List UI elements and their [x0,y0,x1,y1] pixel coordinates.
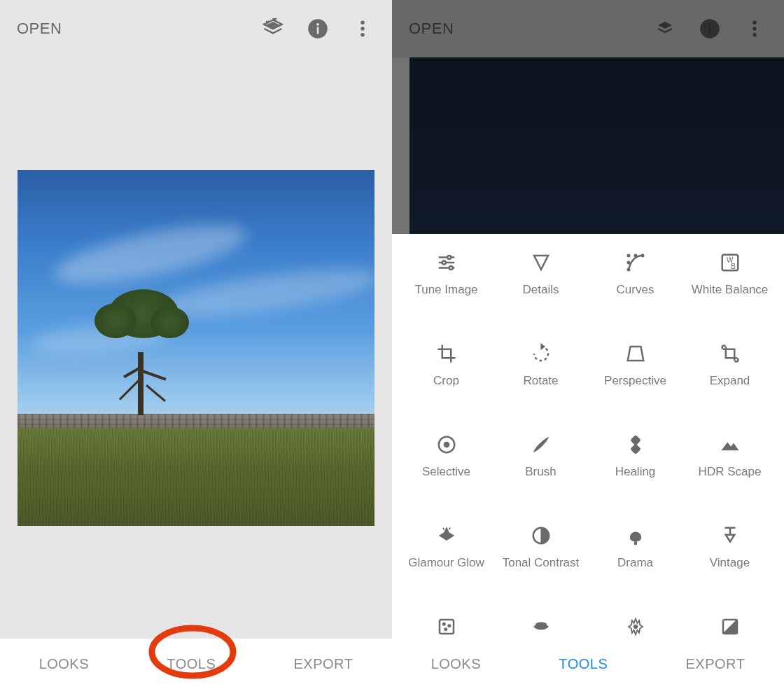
tool-expand[interactable]: Expand [682,337,777,429]
tool-tonal-contrast[interactable]: Tonal Contrast [493,520,588,611]
brush-icon [529,433,553,457]
tool-retrolux[interactable] [493,611,588,639]
tool-rotate[interactable]: Rotate [493,337,588,429]
retrolux-icon [529,615,553,639]
tool-details[interactable]: Details [493,246,588,337]
healing-icon [624,433,648,457]
open-button[interactable]: OPEN [17,20,62,38]
tool-healing[interactable]: Healing [588,429,682,520]
drama-icon [624,524,648,548]
photo-preview [18,170,374,526]
crop-icon [435,342,458,366]
svg-point-20 [641,254,644,257]
svg-point-4 [360,27,365,31]
tool-white-balance[interactable]: WBWhite Balance [682,246,777,337]
more-icon[interactable] [350,16,375,41]
topbar-left: OPEN [0,0,392,57]
tool-label: HDR Scape [699,465,762,479]
details-icon [529,251,553,274]
bottombar-left: LOOKS TOOLS EXPORT [0,639,392,689]
left-pane: OPEN [0,0,392,689]
tool-label: Crop [433,374,459,388]
svg-rect-30 [440,620,454,634]
tool-hdr-scape[interactable]: HDR Scape [682,429,777,520]
info-icon[interactable] [305,16,330,41]
dim-overlay[interactable] [392,0,784,234]
svg-point-3 [360,21,365,25]
svg-point-15 [449,266,452,270]
topbar-icons [260,16,375,41]
bottombar-right: LOOKS TOOLS EXPORT [392,639,784,689]
svg-point-5 [360,33,365,37]
tool-label: Expand [710,374,750,388]
svg-rect-27 [630,444,640,454]
white-balance-icon: WB [718,251,742,274]
tool-brush[interactable]: Brush [493,429,588,520]
bw-icon [718,615,742,639]
tool-drama[interactable]: Drama [588,520,682,611]
tool-perspective[interactable]: Perspective [588,337,682,429]
tool-bw[interactable] [682,611,777,639]
tool-label: Healing [615,465,656,479]
grunge-icon [624,615,648,639]
tab-looks[interactable]: LOOKS [417,649,495,679]
tool-glamour-glow[interactable]: Glamour Glow [399,520,493,611]
svg-point-18 [627,254,630,257]
svg-point-31 [442,622,445,625]
svg-rect-1 [317,27,319,34]
tool-curves[interactable]: Curves [588,246,682,337]
topwrap-right: OPEN [392,0,784,234]
tool-selective[interactable]: Selective [399,429,493,520]
tool-vintage[interactable]: Vintage [682,520,777,611]
tonal-contrast-icon [529,524,553,548]
grainy-film-icon [435,615,458,639]
glamour-glow-icon [435,524,458,548]
tab-export[interactable]: EXPORT [279,649,367,679]
svg-point-14 [442,261,445,265]
svg-point-2 [316,23,319,26]
tab-export[interactable]: EXPORT [671,649,759,679]
tool-label: Vintage [710,556,750,570]
tool-grainy-film[interactable] [399,611,493,639]
expand-icon [718,342,742,366]
tool-crop[interactable]: Crop [399,337,493,429]
right-pane: OPEN Tune ImageDetailsCurvesWBWhite Bala… [392,0,784,689]
vintage-icon [718,524,742,548]
svg-point-25 [444,442,449,447]
svg-point-32 [447,625,450,627]
tab-tools[interactable]: TOOLS [545,649,622,679]
tool-label: Perspective [604,374,666,388]
perspective-icon [624,342,648,366]
curves-icon [624,251,648,274]
tool-label: Tonal Contrast [503,556,580,570]
svg-point-34 [634,625,637,629]
svg-rect-26 [630,436,640,445]
svg-point-33 [444,628,447,631]
canvas-area-left[interactable] [0,57,392,639]
tool-label: Selective [422,465,470,479]
svg-text:B: B [731,263,736,270]
rotate-icon [529,342,553,366]
tool-label: Drama [617,556,653,570]
tab-tools[interactable]: TOOLS [153,649,230,679]
tool-label: Details [523,283,559,297]
tool-label: Rotate [523,374,558,388]
tool-label: Glamour Glow [408,556,484,570]
svg-point-13 [447,256,451,259]
tool-tune-image[interactable]: Tune Image [399,246,493,337]
tool-grunge[interactable] [588,611,682,639]
svg-point-16 [627,268,630,271]
tool-label: Curves [617,283,654,297]
svg-rect-29 [634,541,636,545]
selective-icon [435,433,458,457]
layers-icon[interactable] [260,16,286,41]
tool-label: White Balance [692,283,769,297]
hdr-scape-icon [718,433,742,457]
tab-looks[interactable]: LOOKS [25,649,103,679]
tool-label: Brush [525,465,556,479]
svg-point-19 [634,254,637,257]
svg-point-17 [627,261,630,264]
tools-panel: Tune ImageDetailsCurvesWBWhite BalanceCr… [392,234,784,639]
tune-image-icon [435,251,458,274]
tool-label: Tune Image [414,283,477,297]
